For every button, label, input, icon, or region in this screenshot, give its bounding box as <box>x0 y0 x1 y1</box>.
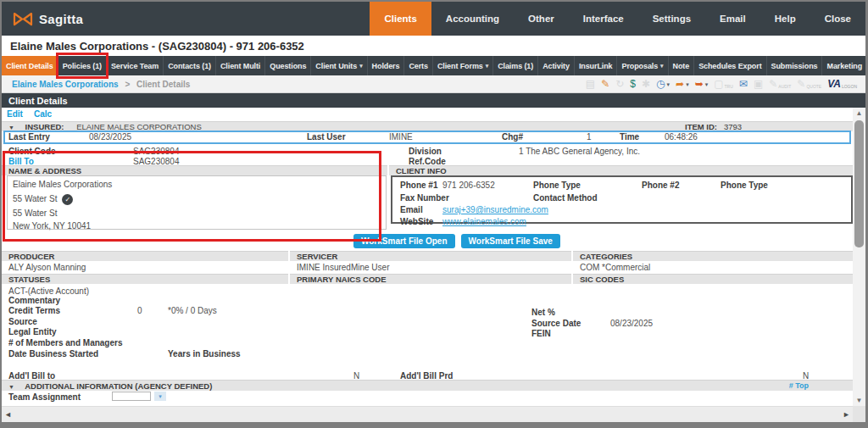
tab-label: InsurLink <box>579 62 613 70</box>
attach-icon: ▣ <box>754 79 763 89</box>
menu-email[interactable]: Email <box>705 2 760 36</box>
app-window: Sagitta ClientsAccountingOtherInterfaceS… <box>2 2 865 422</box>
menu-close[interactable]: Close <box>810 2 865 36</box>
tab-client-multi[interactable]: Client Multi <box>216 56 265 75</box>
tab-client-units[interactable]: Client Units▾ <box>311 56 367 75</box>
worksmart-file-save-button[interactable]: WorkSmart File Save <box>461 234 560 248</box>
worksmart-file-open-button[interactable]: WorkSmart File Open <box>353 234 455 248</box>
chevron-down-icon: ▾ <box>705 81 709 87</box>
commissions-glyph: ✱ <box>642 79 650 89</box>
phone1-label: Phone #1 <box>400 181 437 190</box>
menu-clients[interactable]: Clients <box>370 2 431 36</box>
address-city: New York, NY 10041 <box>13 221 91 231</box>
export-glyph: ➦ <box>676 79 684 89</box>
fein-label: FEIN <box>531 329 551 338</box>
scroll-left-icon[interactable]: ◄ <box>2 407 14 422</box>
tab-holders[interactable]: Holders <box>368 56 405 75</box>
last-user-label: Last User <box>307 132 346 142</box>
phone1-value: 971 206-6352 <box>442 181 495 190</box>
menu-interface[interactable]: Interface <box>569 2 638 36</box>
logo-text: Sagitta <box>39 12 83 26</box>
edit-link[interactable]: Edit <box>7 109 23 119</box>
tab-label: Service Team <box>111 62 159 70</box>
billing-icon[interactable]: $ <box>630 79 636 89</box>
time-label: Time <box>620 132 639 142</box>
tab-label: Questions <box>270 62 306 70</box>
tab-activity[interactable]: Activity <box>538 56 575 75</box>
tab-client-forms[interactable]: Client Forms▾ <box>433 56 493 75</box>
division-label: Division <box>409 147 442 156</box>
tab-claims-1[interactable]: Claims (1) <box>493 56 538 75</box>
tab-certs[interactable]: Certs <box>404 56 433 75</box>
chevron-down-icon: ▾ <box>359 63 362 69</box>
va-logon-icon[interactable]: VALOGON <box>827 79 857 89</box>
servicer-value: IMINE InsuredMine User <box>297 263 389 272</box>
last-entry-label: Last Entry <box>8 132 50 142</box>
tab-schedules-export[interactable]: Schedules Export <box>694 56 766 75</box>
date-business-label: Date Business Started <box>8 349 98 359</box>
tru-glyph: ▢ <box>714 79 723 89</box>
tab-insurlink[interactable]: InsurLink <box>575 56 618 75</box>
va-logon-caption: LOGON <box>842 85 857 89</box>
phone-type1-label: Phone Type <box>533 181 581 190</box>
tab-client-details[interactable]: Client Details <box>2 56 58 75</box>
address-line1: 55 Water St✓ <box>13 194 73 205</box>
source-date-label: Source Date <box>531 319 581 328</box>
website-link[interactable]: www.elainemales.com <box>442 217 526 226</box>
menu-accounting[interactable]: Accounting <box>431 2 514 36</box>
edit-glyph: ✎ <box>601 79 609 89</box>
collapse-arrow-icon[interactable]: ▼ <box>8 125 14 131</box>
scroll-right-icon[interactable]: ► <box>840 407 853 422</box>
history-glyph: ◷ <box>656 79 665 89</box>
breadcrumb-separator: > <box>125 80 130 89</box>
scrollbar-corner <box>853 406 865 422</box>
client-details-content: Edit Calc ▼ INSURED: ELAINE MALES CORPOR… <box>2 108 853 406</box>
tab-marketing[interactable]: Marketing <box>822 56 865 75</box>
tru-caption: TRU <box>725 85 733 89</box>
client-code-value: SAG230804 <box>133 147 180 156</box>
breadcrumb-client-link[interactable]: Elaine Males Corporations <box>12 80 119 89</box>
tab-submissions[interactable]: Submissions <box>767 56 823 75</box>
email-link[interactable]: suraj+39@insuredmine.com <box>442 205 548 214</box>
scroll-down-icon[interactable]: ▼ <box>853 395 865 406</box>
commissions-icon: ✱ <box>642 79 650 89</box>
tab-label: Activity <box>542 62 570 70</box>
tab-note[interactable]: Note <box>669 56 695 75</box>
tab-questions[interactable]: Questions <box>265 56 311 75</box>
tab-label: Submissions <box>771 62 818 70</box>
history-icon[interactable]: ◷▾ <box>656 79 670 89</box>
vertical-scrollbar[interactable]: ▲ ▼ <box>853 108 865 406</box>
vertical-scroll-thumb[interactable] <box>854 120 864 247</box>
top-link[interactable]: # Top <box>789 381 809 392</box>
credit-terms-label: Credit Terms <box>8 306 60 315</box>
download-icon[interactable]: ➥▾ <box>695 79 709 89</box>
name-address-header: NAME & ADDRESS <box>2 165 387 175</box>
email-file-icon[interactable]: ✉ <box>739 79 748 89</box>
calc-link[interactable]: Calc <box>34 109 52 119</box>
export-icon[interactable]: ➦▾ <box>676 79 689 89</box>
members-label: # of Members and Managers <box>8 338 122 347</box>
additional-info-header: ▼ ADDITIONAL INFORMATION (AGENCY DEFINED… <box>2 380 853 391</box>
chevron-down-icon: ▾ <box>660 63 663 69</box>
tab-label: Schedules Export <box>698 62 761 70</box>
tru-icon: ▢TRU <box>714 79 733 89</box>
tab-service-team[interactable]: Service Team <box>107 56 164 75</box>
team-assignment-input[interactable] <box>112 392 151 401</box>
attach-glyph: ▣ <box>754 79 763 89</box>
tab-contacts-1[interactable]: Contacts (1) <box>164 56 216 75</box>
menu-help[interactable]: Help <box>760 2 810 36</box>
collapse-arrow-icon[interactable]: ▼ <box>8 384 14 390</box>
menu-other[interactable]: Other <box>514 2 569 36</box>
scroll-up-icon[interactable]: ▲ <box>853 108 865 119</box>
source-date-value: 08/23/2025 <box>610 319 653 328</box>
additional-info-label: ADDITIONAL INFORMATION (AGENCY DEFINED) <box>25 381 212 391</box>
lookup-icon[interactable]: ▾ <box>154 392 166 401</box>
tab-proposals[interactable]: Proposals▾ <box>617 56 668 75</box>
undo-icon: ↻ <box>615 79 624 89</box>
tab-policies-1[interactable]: Policies (1) <box>58 56 107 75</box>
menu-settings[interactable]: Settings <box>638 2 705 36</box>
sic-header: SIC CODES <box>573 274 853 284</box>
worksmart-buttons: WorkSmart File Open WorkSmart File Save <box>353 234 560 248</box>
horizontal-scrollbar[interactable]: ◄ ► <box>2 406 853 422</box>
edit-icon[interactable]: ✎ <box>601 79 609 89</box>
